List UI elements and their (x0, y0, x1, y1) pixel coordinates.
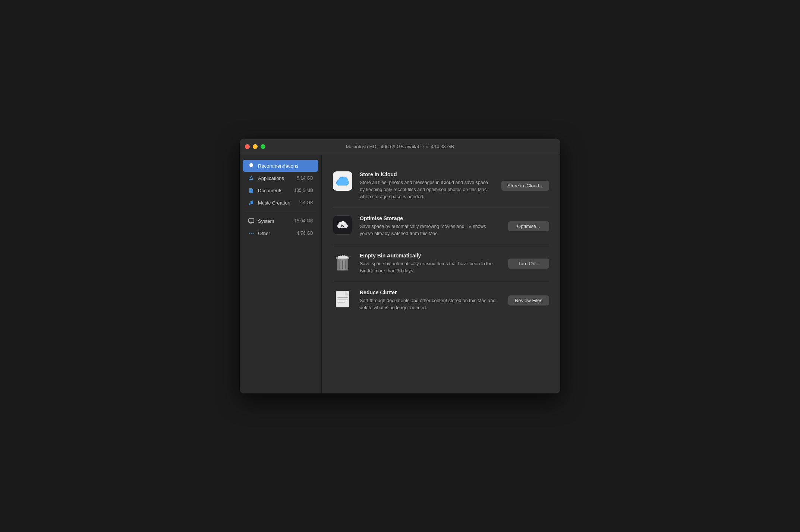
svg-point-3 (249, 233, 250, 234)
recommendation-optimise: tv Optimise Storage Save space by automa… (333, 208, 549, 245)
minimize-button[interactable] (253, 144, 258, 149)
reduce-clutter-title: Reduce Clutter (360, 289, 497, 295)
sidebar-system-label: System (258, 218, 274, 224)
sidebar-applications-label: Applications (258, 175, 284, 181)
svg-point-5 (253, 233, 254, 234)
system-icon (248, 218, 255, 224)
svg-line-11 (340, 261, 340, 269)
optimise-action: Optimise... (508, 221, 549, 231)
content-area: Recommendations Applications 5.14 GB (240, 155, 560, 393)
sidebar-music-size: 2.4 GB (299, 200, 313, 205)
icloud-button[interactable]: Store in iCloud... (501, 181, 549, 191)
recommendation-empty-bin: Empty Bin Automatically Save space by au… (333, 245, 549, 282)
sidebar-item-applications[interactable]: Applications 5.14 GB (243, 172, 318, 184)
music-icon (248, 199, 255, 206)
empty-bin-action: Turn On... (508, 259, 549, 269)
sidebar-documents-label: Documents (258, 188, 283, 193)
icloud-title: Store in iCloud (360, 171, 490, 177)
sidebar-other-size: 4.76 GB (297, 231, 313, 236)
svg-point-0 (249, 203, 251, 205)
sidebar-divider (245, 212, 316, 212)
empty-bin-title: Empty Bin Automatically (360, 253, 497, 259)
main-window: Macintosh HD - 466.69 GB available of 49… (240, 139, 560, 393)
svg-point-4 (251, 233, 252, 234)
svg-text:tv: tv (341, 224, 345, 228)
sidebar: Recommendations Applications 5.14 GB (240, 155, 322, 393)
main-content: Store in iCloud Store all files, photos … (322, 155, 560, 393)
sidebar-documents-size: 185.6 MB (294, 188, 313, 193)
sidebar-recommendations-label: Recommendations (258, 163, 298, 169)
review-files-button[interactable]: Review Files (508, 295, 549, 305)
reduce-clutter-desc: Sort through documents and other content… (360, 297, 497, 311)
reduce-clutter-body: Reduce Clutter Sort through documents an… (360, 289, 497, 311)
sidebar-item-other[interactable]: Other 4.76 GB (243, 227, 318, 239)
titlebar: Macintosh HD - 466.69 GB available of 49… (240, 139, 560, 155)
sidebar-music-label: Music Creation (258, 200, 290, 206)
optimise-desc: Save space by automatically removing mov… (360, 223, 497, 237)
applications-icon (248, 175, 255, 181)
icloud-desc: Store all files, photos and messages in … (360, 179, 490, 200)
reduce-clutter-action: Review Files (508, 295, 549, 305)
sidebar-applications-size: 5.14 GB (297, 175, 313, 181)
icloud-icon (333, 171, 352, 191)
window-title: Macintosh HD - 466.69 GB available of 49… (346, 144, 454, 149)
recommendation-icloud: Store in iCloud Store all files, photos … (333, 164, 549, 208)
optimise-body: Optimise Storage Save space by automatic… (360, 215, 497, 237)
document-icon (333, 289, 352, 309)
optimise-button[interactable]: Optimise... (508, 221, 549, 231)
svg-rect-2 (249, 219, 254, 222)
maximize-button[interactable] (261, 144, 265, 149)
optimise-title: Optimise Storage (360, 215, 497, 221)
sidebar-item-system[interactable]: System 15.04 GB (243, 215, 318, 227)
svg-line-13 (345, 261, 346, 269)
traffic-lights (245, 144, 265, 149)
empty-bin-button[interactable]: Turn On... (508, 259, 549, 269)
trash-icon (333, 253, 352, 272)
icloud-body: Store in iCloud Store all files, photos … (360, 171, 490, 200)
sidebar-item-recommendations[interactable]: Recommendations (243, 160, 318, 172)
sidebar-item-documents[interactable]: Documents 185.6 MB (243, 184, 318, 196)
sidebar-system-size: 15.04 GB (294, 218, 313, 224)
sidebar-item-music-creation[interactable]: Music Creation 2.4 GB (243, 197, 318, 209)
documents-icon (248, 187, 255, 194)
appletv-icon: tv (333, 215, 352, 235)
sidebar-other-label: Other (258, 231, 270, 236)
close-button[interactable] (245, 144, 250, 149)
recommendation-reduce-clutter: Reduce Clutter Sort through documents an… (333, 282, 549, 319)
icloud-action: Store in iCloud... (501, 181, 549, 191)
other-icon (248, 230, 255, 237)
empty-bin-body: Empty Bin Automatically Save space by au… (360, 253, 497, 275)
empty-bin-desc: Save space by automatically erasing item… (360, 260, 497, 275)
lightbulb-icon (248, 162, 255, 169)
